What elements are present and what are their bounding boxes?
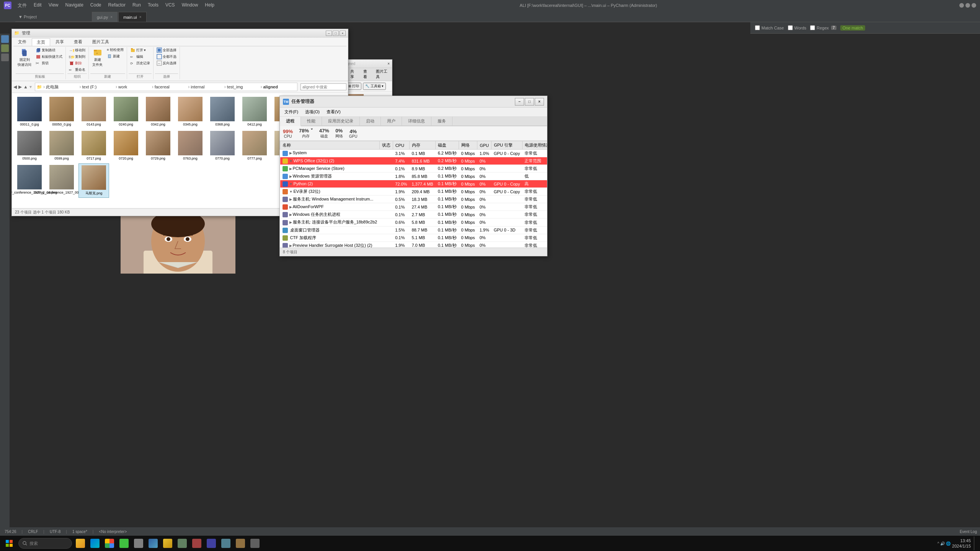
file-item-0143[interactable]: 0143.png xyxy=(78,95,109,128)
table-row[interactable]: ▶Preview Handler Surrogate Host (32位) (2… xyxy=(280,241,547,248)
table-row[interactable]: ▶System 3.1%0.1 MB6.2 MB/秒0 Mbps1.0%GPU … xyxy=(280,150,547,157)
tm-menu-file[interactable]: 文件(F) xyxy=(281,108,301,116)
menu-navigate[interactable]: Navigate xyxy=(62,2,86,10)
th-net[interactable]: 网络 xyxy=(459,141,477,150)
table-row[interactable]: ▼EV录屏 (32位) 1.9%209.4 MB0.1 MB/秒0 Mbps0%… xyxy=(280,188,547,196)
btn-edit[interactable]: ✏ 编辑 xyxy=(129,54,152,60)
taskbar-app-edge[interactable] xyxy=(88,536,102,550)
match-case-option[interactable]: Match Case xyxy=(755,25,784,30)
nav-recent[interactable]: ▾ xyxy=(29,84,32,90)
menu-view[interactable]: View xyxy=(46,2,62,10)
fe2-btn-工具箱[interactable]: 🔧 工具箱 ▾ xyxy=(363,83,386,90)
menu-refactor[interactable]: Refactor xyxy=(105,2,129,10)
side-icon-3[interactable] xyxy=(1,54,9,61)
file-item-0717[interactable]: 0717.png xyxy=(78,129,109,162)
side-icon-2[interactable] xyxy=(1,44,9,52)
nav-forward[interactable]: ▶ xyxy=(18,84,22,90)
file-item-0500[interactable]: 0500.png xyxy=(14,129,45,162)
table-row[interactable]: ▼Python (2) 72.0%1,377.4 MB0.1 MB/秒0 Mbp… xyxy=(280,180,547,188)
file-item-00011[interactable]: 00011_0.jpg xyxy=(14,95,45,128)
btn-copy[interactable]: 复制路径 xyxy=(34,47,64,53)
btn-move-to[interactable]: →📁 移动到 xyxy=(67,47,87,53)
btn-history[interactable]: ⟳ 历史记录 xyxy=(129,60,152,66)
event-log-btn[interactable]: Event Log xyxy=(960,530,977,534)
taskbar-app-python[interactable] xyxy=(146,536,160,550)
fe-tab-file[interactable]: 文件 xyxy=(13,38,31,46)
taskbar-app-more2[interactable] xyxy=(190,536,204,550)
menu-tools[interactable]: Tools xyxy=(145,2,162,10)
table-row[interactable]: ▶AliDownForWPF 0.1%27.4 MB0.1 MB/秒0 Mbps… xyxy=(280,203,547,211)
btn-clipboard[interactable]: 固定到 快速访问 xyxy=(16,47,33,68)
menu-edit[interactable]: Edit xyxy=(31,2,45,10)
taskbar-app-settings[interactable] xyxy=(132,536,145,550)
fe-tab-view[interactable]: 查看 xyxy=(69,38,87,46)
btn-rename[interactable]: ✏ 重命名 xyxy=(67,67,87,73)
tm-menu-options[interactable]: 选项(O) xyxy=(302,108,323,116)
tm-menu-view[interactable]: 查看(V) xyxy=(323,108,344,116)
table-row[interactable]: ▼WPS Office (32位) (2) 7.4%831.6 MB0.2 MB… xyxy=(280,157,547,165)
fe-tab-share[interactable]: 共享 xyxy=(51,38,69,46)
fe-search-input[interactable] xyxy=(301,83,346,90)
file-item-0368[interactable]: 0368.png xyxy=(207,95,238,128)
table-row[interactable]: ▶服务主机: 连接设备平台用户服务_18b89c2b2 0.6%5.8 MB0.… xyxy=(280,218,547,226)
th-mem[interactable]: 内存 xyxy=(409,141,435,150)
btn-paste[interactable]: 粘贴快捷方式 xyxy=(34,54,64,60)
nav-back[interactable]: ◀ xyxy=(13,84,17,90)
tm-tab-details[interactable]: 详细信息 xyxy=(402,117,431,126)
th-name[interactable]: 名称 xyxy=(280,141,380,150)
regex-checkbox[interactable] xyxy=(810,25,815,30)
tm-tab-processes[interactable]: 进程 xyxy=(280,117,301,126)
th-cpu[interactable]: CPU xyxy=(393,141,409,150)
th-disk[interactable]: 磁盘 xyxy=(436,141,459,150)
file-item-0412[interactable]: 0412.png xyxy=(239,95,270,128)
file-item-0342[interactable]: 0342.png xyxy=(143,95,173,128)
btn-new-item[interactable]: + 新建 xyxy=(105,53,125,59)
tm-tab-performance[interactable]: 性能 xyxy=(301,117,322,126)
menu-vcs[interactable]: VCS xyxy=(162,2,178,10)
words-option[interactable]: Words xyxy=(788,25,807,30)
table-row[interactable]: ▶Windows 资源管理器 1.8%85.8 MB0.1 MB/秒0 Mbps… xyxy=(280,173,547,180)
file-item-0720[interactable]: 0720.png xyxy=(111,129,141,162)
start-button[interactable] xyxy=(2,536,17,550)
btn-easy-access[interactable]: ≡ 轻松使用 xyxy=(105,47,125,53)
tm-tab-startup[interactable]: 启动 xyxy=(360,117,381,126)
taskbar-clock[interactable]: 13:45 2024/1/15 xyxy=(952,538,971,549)
taskbar-app-more1[interactable] xyxy=(175,536,189,550)
menu-file[interactable]: 文件 xyxy=(15,2,30,10)
maximize-btn[interactable] xyxy=(965,3,970,8)
btn-cut[interactable]: ✂ 剪切 xyxy=(34,60,64,66)
fe-minimize[interactable]: – xyxy=(326,31,332,36)
fe2-close[interactable]: × xyxy=(387,62,390,66)
taskbar-app-fileexp[interactable] xyxy=(161,536,175,550)
fe2-tab-pictures[interactable]: 图片工具 xyxy=(373,68,392,81)
tab-gui-py[interactable]: gui.py × xyxy=(92,12,118,22)
tab-main-ui[interactable]: main.ui × xyxy=(118,12,146,22)
btn-new-folder[interactable]: + 新建 文件夹 xyxy=(90,47,105,68)
th-power[interactable]: 电源使用情况 xyxy=(522,141,547,150)
show-desktop-btn[interactable] xyxy=(974,536,975,550)
th-gpu-eng[interactable]: GPU 引擎 xyxy=(492,141,522,150)
file-item-0770[interactable]: 0770.png xyxy=(207,129,238,162)
table-row[interactable]: 桌面窗口管理器 1.5%88.7 MB0.1 MB/秒0 Mbps1.9%GPU… xyxy=(280,226,547,234)
match-case-checkbox[interactable] xyxy=(755,25,760,30)
table-row[interactable]: CTF 加载程序 0.1%5.1 MB0.1 MB/秒0 Mbps0%非常低非常… xyxy=(280,234,547,241)
file-item-0763[interactable]: 0763.png xyxy=(175,129,206,162)
file-item-solvay2[interactable]: Solvay_conference_1927_0018.png xyxy=(46,163,77,198)
table-row[interactable]: ▶Windows 任务的主机进程 0.1%2.7 MB0.1 MB/秒0 Mbp… xyxy=(280,211,547,218)
th-gpu[interactable]: GPU xyxy=(477,141,492,150)
btn-invert-select[interactable]: ↔ 反向选择 xyxy=(155,60,178,66)
taskbar-app-explorer[interactable] xyxy=(74,536,87,550)
tm-minimize[interactable]: – xyxy=(515,98,524,106)
taskbar-app-more3[interactable] xyxy=(204,536,218,550)
side-icon-project[interactable] xyxy=(1,35,9,43)
menu-code[interactable]: Code xyxy=(87,2,105,10)
menu-window[interactable]: Window xyxy=(179,2,201,10)
btn-select-none[interactable]: 全都不选 xyxy=(155,54,178,60)
tab-main-ui-close[interactable]: × xyxy=(139,15,142,19)
menu-run[interactable]: Run xyxy=(129,2,144,10)
th-status[interactable]: 状态 xyxy=(379,141,393,150)
taskbar-app-wechat[interactable] xyxy=(117,536,131,550)
btn-copy-to[interactable]: ⎘📁 复制到 xyxy=(67,54,87,60)
btn-open[interactable]: 打开 ▾ xyxy=(129,47,152,53)
table-row[interactable]: ▶PCManager Service (Store) 0.1%8.9 MB0.2… xyxy=(280,165,547,173)
